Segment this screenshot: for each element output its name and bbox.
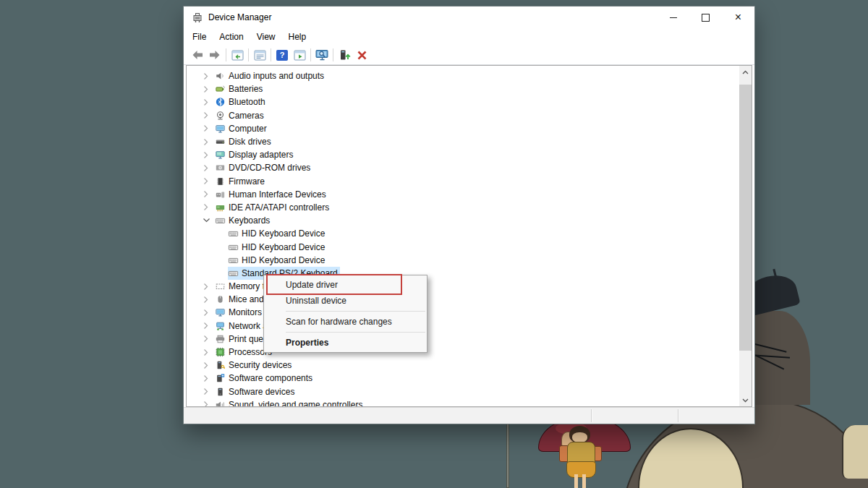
tree-item-ide-controllers[interactable]: IDE ATA/ATAPI controllers [187,201,739,214]
chevron-right-icon[interactable] [203,111,215,119]
chevron-right-icon[interactable] [203,98,215,106]
chevron-right-icon[interactable] [203,388,215,395]
tree-item-software-devices[interactable]: Software devices [187,385,739,398]
maximize-button[interactable] [689,7,722,28]
context-menu-scan-hardware[interactable]: Scan for hardware changes [264,314,427,330]
tree-item-computer[interactable]: Computer [187,122,739,135]
battery-icon [215,84,228,94]
tree-item-sound-controllers[interactable]: Sound, video and game controllers [187,398,739,407]
title-bar[interactable]: Device Manager × [184,7,754,28]
toolbar-separator [271,48,271,61]
processor-icon [215,347,228,357]
device-tree-panel: Audio inputs and outputs Batteries Bluet… [186,65,752,407]
display-adapter-icon [215,150,228,160]
chevron-right-icon[interactable] [203,401,215,407]
chevron-right-icon[interactable] [203,296,215,304]
show-action-pane-button[interactable] [291,47,308,63]
menu-view[interactable]: View [250,30,282,44]
minimize-icon [670,17,677,18]
disk-icon [215,137,228,147]
tree-item-dvd-drives[interactable]: DVD/CD-ROM drives [187,161,739,174]
chevron-right-icon[interactable] [203,374,215,382]
chevron-right-icon[interactable] [203,177,215,185]
tree-item-disk-drives[interactable]: Disk drives [187,135,739,148]
chevron-right-icon[interactable] [203,164,215,172]
properties-list-button[interactable] [251,47,268,63]
window-title: Device Manager [208,12,271,22]
firmware-chip-icon [215,176,228,187]
menu-help[interactable]: Help [282,30,313,44]
close-icon: × [735,12,741,23]
bluetooth-icon [215,97,228,107]
chevron-right-icon[interactable] [203,322,215,330]
context-menu-uninstall-device[interactable]: Uninstall device [264,293,427,309]
chevron-right-icon[interactable] [203,124,215,132]
chevron-right-icon[interactable] [203,335,215,343]
chevron-right-icon[interactable] [203,348,215,356]
menu-action[interactable]: Action [213,30,250,44]
context-menu-separator [286,332,425,333]
girl-face [572,432,587,442]
tree-item-display-adapters[interactable]: Display adapters [187,148,739,161]
hid-devices-icon [215,189,228,200]
tree-item-hid-keyboard-2[interactable]: HID Keyboard Device [187,240,739,253]
status-bar-divider [678,409,678,422]
back-button[interactable] [189,47,206,63]
window-controls: × [657,7,754,28]
camera-icon [215,111,228,121]
chevron-right-icon[interactable] [203,190,215,198]
tree-item-bluetooth[interactable]: Bluetooth [187,95,739,108]
minimize-button[interactable] [657,7,689,28]
forward-button[interactable] [206,47,224,63]
help-button[interactable]: ? [273,47,291,63]
scan-hardware-button[interactable] [313,47,331,63]
tree-item-batteries[interactable]: Batteries [187,82,739,95]
chevron-right-icon[interactable] [203,151,215,159]
chevron-right-icon[interactable] [203,361,215,369]
help-icon: ? [276,50,288,61]
status-bar [184,407,754,424]
chevron-right-icon[interactable] [203,283,215,291]
software-component-icon [215,373,228,383]
tree-item-security-devices[interactable]: Security devices [187,359,739,372]
context-menu-update-driver[interactable]: Update driver [264,277,427,293]
menu-file[interactable]: File [186,30,213,44]
context-menu-properties[interactable]: Properties [264,335,427,351]
tree-item-firmware[interactable]: Firmware [187,175,739,188]
printer-icon [215,334,228,344]
show-console-tree-button[interactable] [229,47,246,63]
chevron-right-icon[interactable] [203,203,215,211]
tree-item-audio-inputs[interactable]: Audio inputs and outputs [187,69,739,82]
monitor-icon [215,124,228,134]
chevron-down-icon[interactable] [203,217,215,224]
uninstall-device-button[interactable] [353,47,370,63]
toolbar-separator [333,48,333,61]
tree-item-cameras[interactable]: Cameras [187,109,739,122]
chevron-right-icon[interactable] [203,309,215,317]
tree-item-hid-keyboard-1[interactable]: HID Keyboard Device [187,227,739,240]
chevron-right-icon[interactable] [203,138,215,146]
sound-controller-icon [215,400,228,407]
vertical-scrollbar[interactable] [739,66,752,406]
device-manager-window: Device Manager × File Action View Help ? [183,6,755,424]
chevron-right-icon[interactable] [203,85,215,93]
keyboard-icon [228,242,241,252]
keyboard-icon [228,255,241,265]
device-manager-icon [192,12,203,23]
keyboard-icon [228,268,241,278]
close-button[interactable]: × [722,7,754,28]
scrollbar-thumb[interactable] [739,85,752,351]
context-menu-separator [286,311,425,312]
scroll-down-button[interactable] [739,394,752,406]
tree-item-hid[interactable]: Human Interface Devices [187,188,739,201]
tree-item-software-components[interactable]: Software components [187,372,739,385]
chevron-right-icon[interactable] [203,72,215,80]
maximize-icon [702,14,710,22]
tree-item-hid-keyboard-3[interactable]: HID Keyboard Device [187,254,739,267]
security-device-icon [215,360,228,370]
update-driver-button[interactable] [336,47,353,63]
speaker-icon [215,71,228,81]
tree-item-keyboards[interactable]: Keyboards [187,214,739,227]
girl-skirt [566,461,596,478]
scroll-up-button[interactable] [739,66,752,78]
